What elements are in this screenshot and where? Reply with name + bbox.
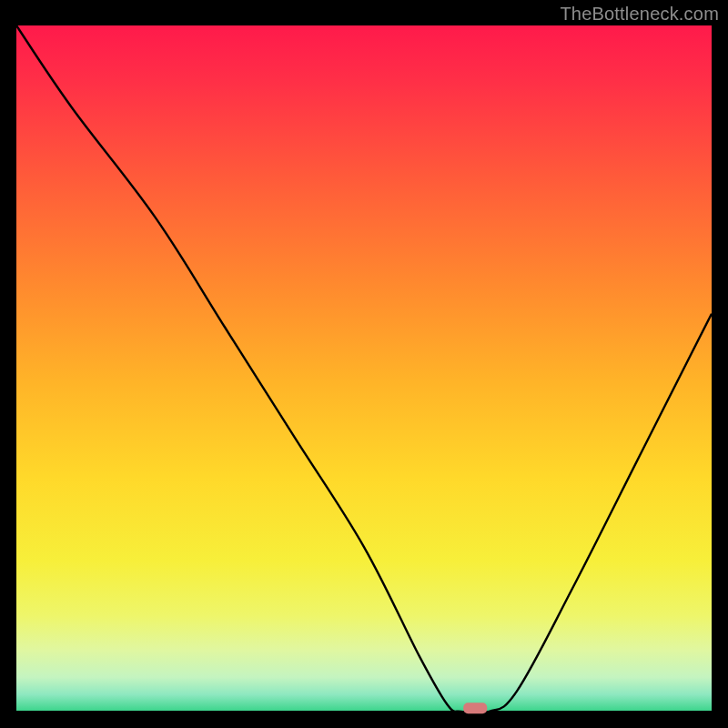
watermark-text: TheBottleneck.com — [560, 4, 719, 25]
bottleneck-chart — [0, 0, 728, 728]
plot-background — [16, 25, 712, 712]
chart-frame: TheBottleneck.com — [0, 0, 728, 728]
optimal-marker — [463, 703, 487, 713]
